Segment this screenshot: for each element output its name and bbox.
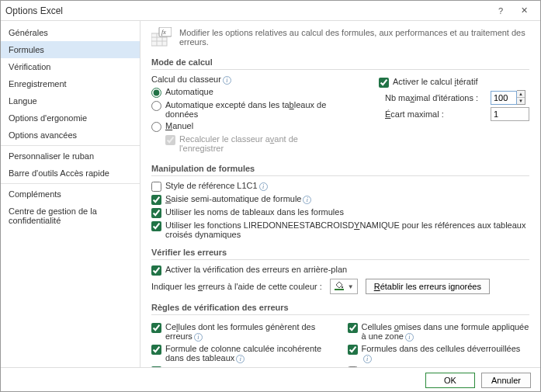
svg-rect-8 [335,289,344,290]
sidebar-item[interactable]: Options avancées [1,127,140,144]
check-iterative-input[interactable] [379,78,389,88]
cancel-button[interactable]: Annuler [481,373,531,388]
radio-auto-except[interactable]: Automatique excepté dans les tableaux de… [151,100,340,119]
section-calc-title: Mode de calcul [151,55,529,70]
check-r1c1[interactable]: Style de référence L1C1 [151,181,529,192]
radio-auto-input[interactable] [151,88,161,98]
reset-ignored-errors-button[interactable]: Rétablir les erreurs ignorées [366,279,490,294]
spin-up-icon[interactable]: ▲ [517,91,525,98]
page-header-desc: Modifier les options relatives au calcul… [179,28,529,47]
title-bar: Options Excel ? ✕ [1,1,540,21]
main-pane: fx Modifier les options relatives au cal… [140,21,540,367]
chevron-down-icon: ▼ [348,283,354,290]
info-icon[interactable] [259,182,268,191]
input-max-iter[interactable] [491,91,517,105]
check-bg-error[interactable]: Activer la vérification des erreurs en a… [151,265,529,276]
radio-manual-input[interactable] [151,122,161,132]
spin-down-icon[interactable]: ▼ [517,98,525,104]
input-max-eps[interactable] [491,107,529,121]
sidebar-item[interactable]: Langue [1,92,140,109]
help-button[interactable]: ? [489,3,512,19]
svg-text:fx: fx [161,29,166,36]
sidebar-item[interactable]: Barre d'outils Accès rapide [1,165,140,182]
rule-formula-errors[interactable]: Cellules dont les formules génèrent des … [151,322,334,342]
sidebar-separator [1,183,140,184]
info-icon[interactable] [405,333,414,342]
calc-subtitle: Calcul du classeur [151,75,221,84]
radio-auto-except-input[interactable] [151,101,161,111]
rule-inconsistent-calc-col[interactable]: Formule de colonne calculée incohérente … [151,344,334,363]
sidebar-item[interactable]: Générales [1,24,140,41]
info-icon[interactable] [236,355,244,363]
check-table-names[interactable]: Utiliser les noms de tableaux dans les f… [151,207,529,218]
rule-unlocked-cells[interactable]: Formules dans des cellules déverrouillée… [348,344,530,363]
sidebar-separator [1,145,140,146]
sidebar-item[interactable]: Compléments [1,186,140,203]
info-icon[interactable] [223,76,231,85]
sidebar-item[interactable]: Formules [1,41,140,58]
spinner-max-iter[interactable]: ▲▼ [491,90,525,105]
sidebar-item[interactable]: Centre de gestion de la confidentialité [1,203,140,229]
page-header-icon: fx [151,27,172,47]
ok-button[interactable]: OK [425,373,475,388]
svg-point-7 [342,286,343,288]
rule-empty-refs[interactable]: Formules faisant référence à des cellule… [348,366,530,367]
sidebar-item[interactable]: Options d'ergonomie [1,109,140,127]
check-recalc-input [165,135,175,145]
sidebar-item[interactable]: Personnaliser le ruban [1,147,140,165]
section-verr-title: Vérifier les erreurs [151,245,529,260]
info-icon[interactable] [194,333,203,342]
paint-bucket-icon [334,280,345,293]
sidebar-item[interactable]: Enregistrement [1,75,140,92]
category-sidebar: GénéralesFormulesVérificationEnregistrem… [1,21,140,367]
check-getpivotdata[interactable]: Utiliser les fonctions LIREDONNEESTABCRO… [151,220,529,239]
rule-omitted-cells[interactable]: Cellules omises dans une formule appliqu… [348,322,530,342]
section-rules-title: Règles de vérification des erreurs [151,300,529,315]
radio-manual[interactable]: Manuel [151,121,340,132]
radio-auto[interactable]: Automatique [151,87,340,98]
check-formula-autocomplete[interactable]: Saisie semi-automatique de formule [151,194,529,205]
close-button[interactable]: ✕ [512,3,536,19]
section-manip-title: Manipulation de formules [151,161,529,176]
dialog-footer: OK Annuler [1,367,540,392]
rule-two-digit-years[interactable]: Cellules contenant des années à deux chi… [151,366,334,367]
window-title: Options Excel [5,5,489,16]
error-color-picker[interactable]: ▼ [330,279,358,294]
sidebar-item[interactable]: Vérification [1,58,140,75]
info-icon[interactable] [363,355,372,363]
label-max-iter: Nb maximal d'itérations : [385,93,486,102]
check-iterative[interactable]: Activer le calcul itératif [379,77,529,88]
label-error-color: Indiquer les erreurs à l'aide de cette c… [151,282,322,291]
check-recalc-before-save: Recalculer le classeur avant de l'enregi… [165,134,340,153]
info-icon[interactable] [303,196,311,204]
label-max-eps: Écart maximal : [385,109,486,119]
